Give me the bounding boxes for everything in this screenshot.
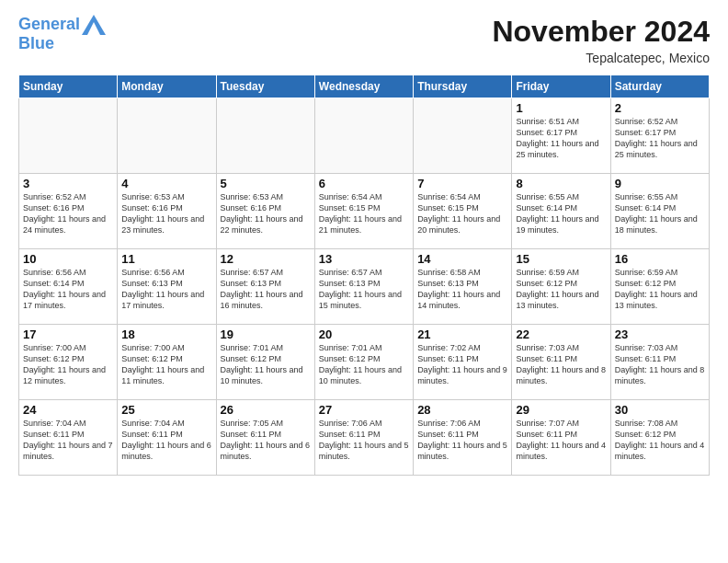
- day-number: 22: [516, 327, 606, 341]
- logo-line2: Blue: [18, 35, 106, 53]
- calendar-cell: 3Sunrise: 6:52 AM Sunset: 6:16 PM Daylig…: [19, 174, 118, 249]
- day-number: 12: [221, 252, 311, 266]
- calendar-week-row: 24Sunrise: 7:04 AM Sunset: 6:11 PM Dayli…: [19, 400, 710, 476]
- day-info: Sunrise: 7:07 AM Sunset: 6:11 PM Dayligh…: [516, 418, 606, 463]
- day-number: 26: [221, 403, 311, 417]
- day-number: 9: [615, 177, 705, 190]
- day-info: Sunrise: 7:01 AM Sunset: 6:12 PM Dayligh…: [319, 342, 409, 387]
- day-info: Sunrise: 6:59 AM Sunset: 6:12 PM Dayligh…: [516, 267, 606, 312]
- weekday-header: Wednesday: [314, 75, 413, 98]
- day-info: Sunrise: 7:01 AM Sunset: 6:12 PM Dayligh…: [221, 342, 311, 387]
- day-number: 17: [23, 327, 113, 341]
- calendar-table: SundayMondayTuesdayWednesdayThursdayFrid…: [18, 75, 710, 476]
- title-block: November 2024 Tepalcatepec, Mexico: [492, 15, 710, 65]
- day-number: 18: [121, 327, 211, 341]
- day-number: 15: [516, 252, 606, 266]
- calendar-cell: 1Sunrise: 6:51 AM Sunset: 6:17 PM Daylig…: [512, 98, 610, 174]
- location: Tepalcatepec, Mexico: [492, 51, 710, 65]
- calendar-cell: 10Sunrise: 6:56 AM Sunset: 6:14 PM Dayli…: [19, 249, 118, 325]
- calendar-cell: 4Sunrise: 6:53 AM Sunset: 6:16 PM Daylig…: [118, 174, 216, 249]
- calendar-cell: 30Sunrise: 7:08 AM Sunset: 6:12 PM Dayli…: [610, 400, 709, 476]
- calendar-cell: 19Sunrise: 7:01 AM Sunset: 6:12 PM Dayli…: [216, 325, 314, 400]
- calendar-cell: 26Sunrise: 7:05 AM Sunset: 6:11 PM Dayli…: [216, 400, 314, 476]
- calendar-cell: 22Sunrise: 7:03 AM Sunset: 6:11 PM Dayli…: [512, 325, 610, 400]
- calendar-cell: 24Sunrise: 7:04 AM Sunset: 6:11 PM Dayli…: [19, 400, 118, 476]
- day-info: Sunrise: 7:04 AM Sunset: 6:11 PM Dayligh…: [121, 418, 211, 463]
- day-info: Sunrise: 6:57 AM Sunset: 6:13 PM Dayligh…: [319, 267, 409, 312]
- calendar-cell: [19, 98, 118, 174]
- day-info: Sunrise: 6:56 AM Sunset: 6:13 PM Dayligh…: [121, 267, 211, 312]
- calendar-cell: 14Sunrise: 6:58 AM Sunset: 6:13 PM Dayli…: [414, 249, 512, 325]
- calendar-cell: 18Sunrise: 7:00 AM Sunset: 6:12 PM Dayli…: [118, 325, 216, 400]
- weekday-header: Monday: [118, 75, 216, 98]
- calendar-cell: [314, 98, 413, 174]
- page: General Blue November 2024 Tepalcatepec,…: [0, 0, 728, 485]
- calendar-cell: 12Sunrise: 6:57 AM Sunset: 6:13 PM Dayli…: [216, 249, 314, 325]
- day-info: Sunrise: 7:06 AM Sunset: 6:11 PM Dayligh…: [319, 418, 409, 463]
- day-number: 24: [23, 403, 113, 417]
- calendar-cell: 20Sunrise: 7:01 AM Sunset: 6:12 PM Dayli…: [314, 325, 413, 400]
- calendar-week-row: 3Sunrise: 6:52 AM Sunset: 6:16 PM Daylig…: [19, 174, 710, 249]
- day-info: Sunrise: 6:51 AM Sunset: 6:17 PM Dayligh…: [516, 116, 606, 161]
- calendar-cell: 23Sunrise: 7:03 AM Sunset: 6:11 PM Dayli…: [610, 325, 709, 400]
- day-number: 19: [221, 327, 311, 341]
- day-number: 4: [121, 177, 211, 190]
- calendar-cell: 28Sunrise: 7:06 AM Sunset: 6:11 PM Dayli…: [414, 400, 512, 476]
- day-info: Sunrise: 7:05 AM Sunset: 6:11 PM Dayligh…: [221, 418, 311, 463]
- day-number: 29: [516, 403, 606, 417]
- day-number: 2: [615, 101, 705, 115]
- calendar-cell: 16Sunrise: 6:59 AM Sunset: 6:12 PM Dayli…: [610, 249, 709, 325]
- day-number: 6: [319, 177, 409, 190]
- calendar-cell: 17Sunrise: 7:00 AM Sunset: 6:12 PM Dayli…: [19, 325, 118, 400]
- weekday-header: Friday: [512, 75, 610, 98]
- calendar-cell: 8Sunrise: 6:55 AM Sunset: 6:14 PM Daylig…: [512, 174, 610, 249]
- day-number: 5: [221, 177, 311, 190]
- logo-text: General: [18, 16, 80, 34]
- calendar-cell: 5Sunrise: 6:53 AM Sunset: 6:16 PM Daylig…: [216, 174, 314, 249]
- calendar-week-row: 1Sunrise: 6:51 AM Sunset: 6:17 PM Daylig…: [19, 98, 710, 174]
- day-info: Sunrise: 7:02 AM Sunset: 6:11 PM Dayligh…: [417, 342, 507, 387]
- day-number: 16: [615, 252, 705, 266]
- day-info: Sunrise: 6:52 AM Sunset: 6:16 PM Dayligh…: [23, 191, 113, 236]
- calendar-cell: 7Sunrise: 6:54 AM Sunset: 6:15 PM Daylig…: [414, 174, 512, 249]
- weekday-header: Sunday: [19, 75, 118, 98]
- calendar-week-row: 10Sunrise: 6:56 AM Sunset: 6:14 PM Dayli…: [19, 249, 710, 325]
- day-info: Sunrise: 6:58 AM Sunset: 6:13 PM Dayligh…: [417, 267, 507, 312]
- day-info: Sunrise: 6:55 AM Sunset: 6:14 PM Dayligh…: [615, 191, 705, 236]
- day-info: Sunrise: 6:53 AM Sunset: 6:16 PM Dayligh…: [221, 191, 311, 236]
- day-info: Sunrise: 7:06 AM Sunset: 6:11 PM Dayligh…: [417, 418, 507, 463]
- calendar-cell: 27Sunrise: 7:06 AM Sunset: 6:11 PM Dayli…: [314, 400, 413, 476]
- day-info: Sunrise: 7:08 AM Sunset: 6:12 PM Dayligh…: [615, 418, 705, 463]
- day-number: 11: [121, 252, 211, 266]
- header: General Blue November 2024 Tepalcatepec,…: [18, 15, 710, 65]
- day-number: 10: [23, 252, 113, 266]
- calendar-cell: 9Sunrise: 6:55 AM Sunset: 6:14 PM Daylig…: [610, 174, 709, 249]
- calendar-cell: 13Sunrise: 6:57 AM Sunset: 6:13 PM Dayli…: [314, 249, 413, 325]
- day-info: Sunrise: 7:00 AM Sunset: 6:12 PM Dayligh…: [23, 342, 113, 387]
- calendar-week-row: 17Sunrise: 7:00 AM Sunset: 6:12 PM Dayli…: [19, 325, 710, 400]
- day-info: Sunrise: 6:54 AM Sunset: 6:15 PM Dayligh…: [417, 191, 507, 236]
- day-number: 25: [121, 403, 211, 417]
- day-number: 20: [319, 327, 409, 341]
- day-info: Sunrise: 7:03 AM Sunset: 6:11 PM Dayligh…: [516, 342, 606, 387]
- day-info: Sunrise: 6:57 AM Sunset: 6:13 PM Dayligh…: [221, 267, 311, 312]
- day-number: 28: [417, 403, 507, 417]
- day-number: 8: [516, 177, 606, 190]
- calendar-cell: 25Sunrise: 7:04 AM Sunset: 6:11 PM Dayli…: [118, 400, 216, 476]
- day-info: Sunrise: 7:00 AM Sunset: 6:12 PM Dayligh…: [121, 342, 211, 387]
- day-number: 27: [319, 403, 409, 417]
- calendar-cell: 21Sunrise: 7:02 AM Sunset: 6:11 PM Dayli…: [414, 325, 512, 400]
- day-number: 23: [615, 327, 705, 341]
- weekday-header: Thursday: [414, 75, 512, 98]
- calendar-cell: 15Sunrise: 6:59 AM Sunset: 6:12 PM Dayli…: [512, 249, 610, 325]
- day-info: Sunrise: 6:53 AM Sunset: 6:16 PM Dayligh…: [121, 191, 211, 236]
- logo-line1: General: [18, 15, 80, 33]
- weekday-header: Tuesday: [216, 75, 314, 98]
- month-title: November 2024: [492, 15, 710, 49]
- day-info: Sunrise: 6:56 AM Sunset: 6:14 PM Dayligh…: [23, 267, 113, 312]
- logo-icon: [82, 15, 106, 35]
- calendar-cell: 11Sunrise: 6:56 AM Sunset: 6:13 PM Dayli…: [118, 249, 216, 325]
- calendar-cell: 2Sunrise: 6:52 AM Sunset: 6:17 PM Daylig…: [610, 98, 709, 174]
- day-info: Sunrise: 6:55 AM Sunset: 6:14 PM Dayligh…: [516, 191, 606, 236]
- calendar-cell: [118, 98, 216, 174]
